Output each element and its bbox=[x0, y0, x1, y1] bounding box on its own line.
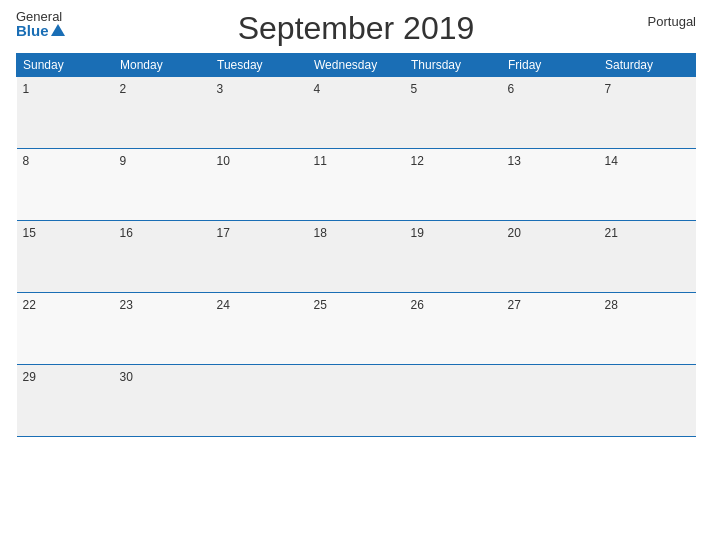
calendar-day-cell: 1 bbox=[17, 77, 114, 149]
calendar-week-row: 22232425262728 bbox=[17, 293, 696, 365]
calendar-week-row: 1234567 bbox=[17, 77, 696, 149]
calendar-day-cell: 16 bbox=[114, 221, 211, 293]
header-monday: Monday bbox=[114, 54, 211, 77]
logo: General Blue bbox=[16, 10, 65, 38]
calendar-day-cell bbox=[405, 365, 502, 437]
day-number: 21 bbox=[605, 226, 618, 240]
calendar-day-cell: 22 bbox=[17, 293, 114, 365]
calendar-day-cell: 4 bbox=[308, 77, 405, 149]
logo-blue-text: Blue bbox=[16, 23, 49, 38]
day-number: 28 bbox=[605, 298, 618, 312]
calendar-week-row: 15161718192021 bbox=[17, 221, 696, 293]
logo-triangle-icon bbox=[51, 24, 65, 36]
day-number: 22 bbox=[23, 298, 36, 312]
calendar-day-cell: 24 bbox=[211, 293, 308, 365]
header-friday: Friday bbox=[502, 54, 599, 77]
country-label: Portugal bbox=[648, 14, 696, 29]
calendar-week-row: 2930 bbox=[17, 365, 696, 437]
weekday-header-row: Sunday Monday Tuesday Wednesday Thursday… bbox=[17, 54, 696, 77]
day-number: 15 bbox=[23, 226, 36, 240]
day-number: 25 bbox=[314, 298, 327, 312]
day-number: 18 bbox=[314, 226, 327, 240]
calendar-day-cell: 21 bbox=[599, 221, 696, 293]
day-number: 4 bbox=[314, 82, 321, 96]
day-number: 10 bbox=[217, 154, 230, 168]
calendar-day-cell: 11 bbox=[308, 149, 405, 221]
day-number: 9 bbox=[120, 154, 127, 168]
calendar-day-cell: 19 bbox=[405, 221, 502, 293]
day-number: 19 bbox=[411, 226, 424, 240]
header-tuesday: Tuesday bbox=[211, 54, 308, 77]
calendar-day-cell: 30 bbox=[114, 365, 211, 437]
day-number: 12 bbox=[411, 154, 424, 168]
calendar-day-cell: 26 bbox=[405, 293, 502, 365]
header-wednesday: Wednesday bbox=[308, 54, 405, 77]
calendar-day-cell: 18 bbox=[308, 221, 405, 293]
day-number: 30 bbox=[120, 370, 133, 384]
day-number: 7 bbox=[605, 82, 612, 96]
calendar-day-cell bbox=[599, 365, 696, 437]
calendar-day-cell: 7 bbox=[599, 77, 696, 149]
calendar-day-cell: 8 bbox=[17, 149, 114, 221]
day-number: 20 bbox=[508, 226, 521, 240]
calendar-day-cell: 12 bbox=[405, 149, 502, 221]
day-number: 17 bbox=[217, 226, 230, 240]
day-number: 26 bbox=[411, 298, 424, 312]
calendar-day-cell: 29 bbox=[17, 365, 114, 437]
header-row: General Blue September 2019 Portugal bbox=[16, 10, 696, 47]
header-thursday: Thursday bbox=[405, 54, 502, 77]
calendar-day-cell: 6 bbox=[502, 77, 599, 149]
calendar-day-cell: 15 bbox=[17, 221, 114, 293]
calendar-grid: Sunday Monday Tuesday Wednesday Thursday… bbox=[16, 53, 696, 437]
calendar-day-cell: 28 bbox=[599, 293, 696, 365]
day-number: 13 bbox=[508, 154, 521, 168]
day-number: 8 bbox=[23, 154, 30, 168]
calendar-day-cell bbox=[502, 365, 599, 437]
day-number: 16 bbox=[120, 226, 133, 240]
calendar-day-cell: 2 bbox=[114, 77, 211, 149]
day-number: 11 bbox=[314, 154, 327, 168]
calendar-day-cell: 27 bbox=[502, 293, 599, 365]
day-number: 14 bbox=[605, 154, 618, 168]
calendar-day-cell: 10 bbox=[211, 149, 308, 221]
calendar-day-cell bbox=[211, 365, 308, 437]
calendar-day-cell bbox=[308, 365, 405, 437]
day-number: 29 bbox=[23, 370, 36, 384]
calendar-week-row: 891011121314 bbox=[17, 149, 696, 221]
calendar-day-cell: 5 bbox=[405, 77, 502, 149]
calendar-body: 1234567891011121314151617181920212223242… bbox=[17, 77, 696, 437]
day-number: 5 bbox=[411, 82, 418, 96]
day-number: 23 bbox=[120, 298, 133, 312]
calendar-title: September 2019 bbox=[238, 10, 475, 47]
day-number: 27 bbox=[508, 298, 521, 312]
day-number: 24 bbox=[217, 298, 230, 312]
header-sunday: Sunday bbox=[17, 54, 114, 77]
calendar-header: Sunday Monday Tuesday Wednesday Thursday… bbox=[17, 54, 696, 77]
calendar-day-cell: 17 bbox=[211, 221, 308, 293]
day-number: 1 bbox=[23, 82, 30, 96]
calendar-day-cell: 3 bbox=[211, 77, 308, 149]
day-number: 2 bbox=[120, 82, 127, 96]
calendar-day-cell: 13 bbox=[502, 149, 599, 221]
calendar-day-cell: 23 bbox=[114, 293, 211, 365]
calendar-day-cell: 14 bbox=[599, 149, 696, 221]
logo-blue-row: Blue bbox=[16, 23, 65, 38]
calendar-day-cell: 20 bbox=[502, 221, 599, 293]
calendar-day-cell: 9 bbox=[114, 149, 211, 221]
day-number: 6 bbox=[508, 82, 515, 96]
header-saturday: Saturday bbox=[599, 54, 696, 77]
day-number: 3 bbox=[217, 82, 224, 96]
calendar-container: General Blue September 2019 Portugal Sun… bbox=[0, 0, 712, 550]
calendar-day-cell: 25 bbox=[308, 293, 405, 365]
